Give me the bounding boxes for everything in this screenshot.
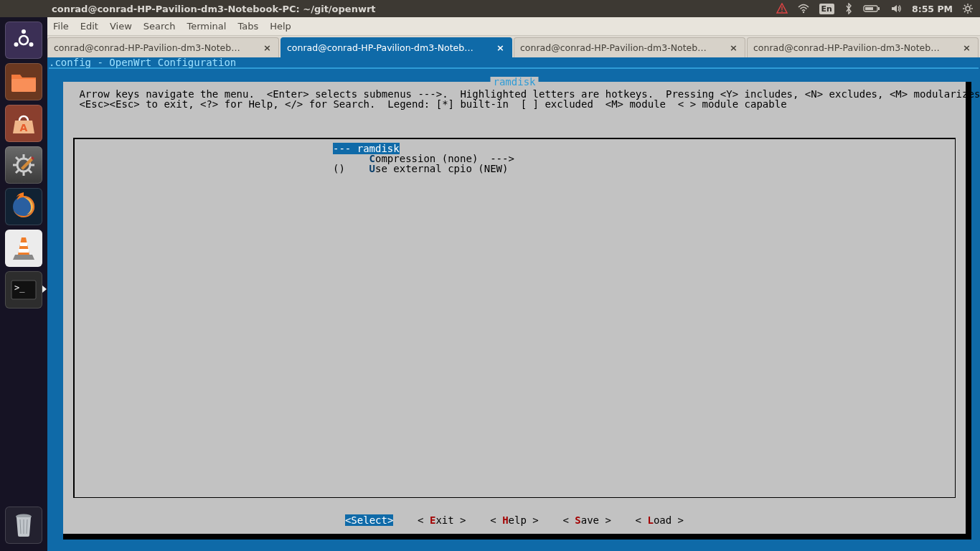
menu-tabs[interactable]: Tabs [237,21,258,32]
window-title: conrad@conrad-HP-Pavilion-dm3-Notebook-P… [0,4,776,14]
menu-item-compression[interactable]: Compression (none) ---> [75,154,955,164]
terminal-icon[interactable]: >_ [5,271,42,309]
select-button[interactable]: <Select> [345,514,393,526]
svg-rect-0 [781,6,782,10]
clock[interactable]: 8:55 PM [912,4,953,14]
terminal-tab[interactable]: conrad@conrad-HP-Pavilion-dm3-Noteb… × [747,37,979,57]
terminal-window: File Edit View Search Terminal Tabs Help… [47,17,980,551]
wifi-icon[interactable] [798,3,809,14]
bluetooth-icon[interactable] [844,3,853,14]
terminal-viewport[interactable]: .config - OpenWrt Configuration ramdisk … [47,57,980,551]
svg-point-17 [29,42,34,47]
svg-rect-1 [781,11,782,12]
system-indicators: En 8:55 PM [776,3,980,14]
tab-close-icon[interactable]: × [495,42,506,53]
svg-line-14 [970,5,971,6]
svg-point-16 [22,29,26,34]
svg-text:>_: >_ [14,283,25,293]
warning-icon[interactable] [776,3,788,14]
svg-line-26 [16,157,19,160]
svg-point-2 [802,11,804,13]
trash-icon[interactable] [5,507,42,544]
menu-item-external-cpio[interactable]: () Use external cpio (NEW) [75,164,955,174]
exit-button[interactable]: < Exit > [418,514,466,526]
terminal-menubar: File Edit View Search Terminal Tabs Help [47,17,980,36]
menu-list[interactable]: --- ramdisk Compression (none) ---> () U… [73,138,956,498]
svg-rect-32 [19,249,29,253]
software-center-icon[interactable]: A [5,105,42,142]
svg-point-15 [19,36,28,44]
terminal-tab[interactable]: conrad@conrad-HP-Pavilion-dm3-Noteb… × [47,37,279,57]
unity-launcher: A >_ [0,17,47,551]
terminal-tab[interactable]: conrad@conrad-HP-Pavilion-dm3-Noteb… × [514,37,745,57]
files-icon[interactable] [5,63,42,100]
terminal-tabbar: conrad@conrad-HP-Pavilion-dm3-Noteb… × c… [47,36,980,57]
svg-text:A: A [20,122,28,133]
terminal-tab[interactable]: conrad@conrad-HP-Pavilion-dm3-Noteb… × [281,37,512,57]
vlc-icon[interactable] [5,230,42,267]
menu-file[interactable]: File [53,21,69,32]
session-gear-icon[interactable] [963,4,973,14]
tab-close-icon[interactable]: × [961,42,972,53]
tab-label: conrad@conrad-HP-Pavilion-dm3-Noteb… [753,42,957,53]
firefox-icon[interactable] [5,188,42,225]
menu-item-ramdisk[interactable]: --- ramdisk [75,143,955,154]
settings-icon[interactable] [5,146,42,184]
svg-line-12 [970,11,971,12]
menu-view[interactable]: View [110,21,132,32]
svg-rect-5 [865,7,873,10]
help-button[interactable]: < Help > [490,514,538,526]
volume-icon[interactable] [890,3,902,14]
menu-edit[interactable]: Edit [80,21,98,32]
menu-terminal[interactable]: Terminal [187,21,226,32]
svg-point-6 [966,6,970,11]
tab-label: conrad@conrad-HP-Pavilion-dm3-Noteb… [287,42,491,53]
svg-line-28 [16,170,19,173]
svg-line-27 [29,170,32,173]
save-button[interactable]: < Save > [562,514,611,526]
keyboard-lang-indicator[interactable]: En [819,4,834,14]
section-title: ramdisk [490,77,538,87]
load-button[interactable]: < Load > [636,514,684,526]
tab-label: conrad@conrad-HP-Pavilion-dm3-Noteb… [54,42,258,53]
menu-search[interactable]: Search [143,21,176,32]
menu-help[interactable]: Help [270,21,291,32]
svg-rect-31 [20,242,27,246]
config-header: .config - OpenWrt Configuration [47,57,980,67]
svg-line-11 [964,5,966,6]
svg-rect-4 [878,7,880,10]
svg-rect-19 [11,79,36,92]
dash-icon[interactable] [5,22,42,59]
menuconfig-dialog: ramdisk Arrow keys navigate the menu. <E… [63,82,971,540]
svg-line-13 [964,11,966,12]
dialog-button-row: <Select> < Exit > < Help > < Save > < Lo… [63,515,966,525]
battery-icon[interactable] [863,4,880,13]
svg-point-18 [14,42,19,47]
system-top-panel: conrad@conrad-HP-Pavilion-dm3-Notebook-P… [0,0,980,17]
tab-label: conrad@conrad-HP-Pavilion-dm3-Noteb… [520,42,724,53]
tab-close-icon[interactable]: × [262,42,273,53]
tab-close-icon[interactable]: × [728,42,739,53]
